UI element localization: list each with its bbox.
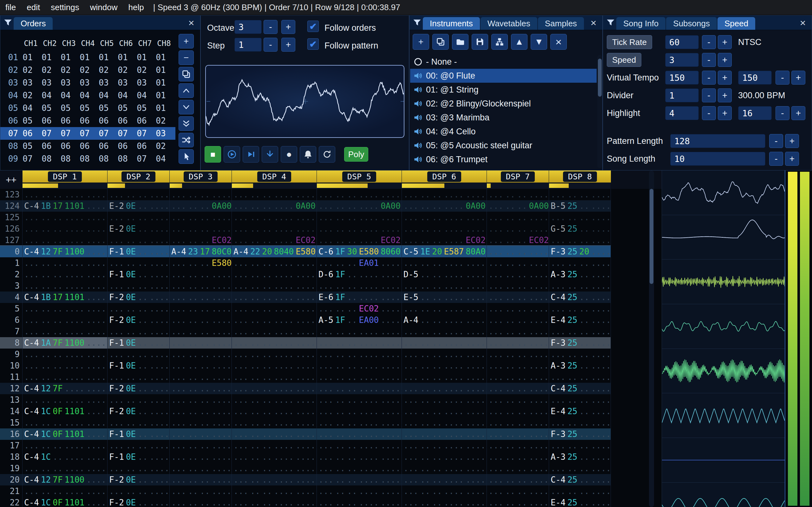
- octave-input[interactable]: 3: [235, 20, 262, 34]
- pattern-cell[interactable]: ...............: [22, 417, 107, 429]
- order-move-down-button[interactable]: [179, 100, 194, 114]
- order-cell[interactable]: 07: [56, 129, 75, 138]
- step-one-row-button[interactable]: [262, 146, 278, 163]
- order-cell[interactable]: 03: [113, 78, 132, 88]
- play-button[interactable]: [223, 146, 240, 163]
- pattern-cell[interactable]: C-41C0F1101....: [22, 497, 107, 507]
- pattern-cell[interactable]: ...........: [549, 349, 611, 360]
- pattern-cell[interactable]: A-51F..EA00....: [316, 314, 402, 326]
- channel-header-6[interactable]: DSP 6: [402, 170, 487, 189]
- pattern-cell[interactable]: ...............: [402, 326, 487, 337]
- pattern-cell[interactable]: ...........0A00: [232, 200, 316, 212]
- pattern-cell[interactable]: ...........: [487, 497, 549, 507]
- channel-header-5[interactable]: DSP 5: [316, 170, 402, 189]
- pattern-cell[interactable]: C-41A7F1100....: [22, 337, 107, 349]
- pattern-cell[interactable]: ...........: [107, 463, 169, 474]
- pattern-cell[interactable]: ...............: [232, 474, 316, 486]
- pattern-cell[interactable]: ...............: [402, 463, 487, 474]
- pattern-cell[interactable]: ...........: [169, 269, 232, 280]
- virtual-tempo-divisor-input[interactable]: 150: [738, 71, 772, 84]
- tick-rate-input[interactable]: 60: [665, 35, 699, 49]
- pattern-cell[interactable]: C-425......: [549, 474, 611, 486]
- order-cell[interactable]: 06: [75, 116, 94, 125]
- pattern-cell[interactable]: ...............: [402, 360, 487, 372]
- pattern-cell[interactable]: ...........: [487, 291, 549, 303]
- song-tab-speed[interactable]: Speed: [717, 17, 755, 30]
- orders-tab[interactable]: Orders: [14, 17, 53, 30]
- pattern-cell[interactable]: ...........: [169, 440, 232, 451]
- pattern-cell[interactable]: ...............: [232, 429, 316, 440]
- tick-rate-minus-button[interactable]: -: [702, 35, 716, 49]
- pattern-cell[interactable]: ...............: [22, 463, 107, 474]
- pattern-cell[interactable]: ...............: [22, 440, 107, 451]
- highlight-first-minus-button[interactable]: -: [702, 106, 716, 120]
- pattern-cell[interactable]: ...........: [107, 349, 169, 360]
- pattern-cell[interactable]: C-41C0F1101....: [22, 429, 107, 440]
- pattern-cell[interactable]: ...........: [549, 440, 611, 451]
- follow-pattern-checkbox[interactable]: ✔: [307, 38, 319, 50]
- pattern-row-16[interactable]: 16C-41C0F1101....F-10E..................…: [0, 429, 611, 440]
- song-tab-song-info[interactable]: Song Info: [616, 17, 665, 30]
- order-cell[interactable]: 06: [56, 116, 75, 125]
- poly-button[interactable]: Poly: [344, 147, 368, 162]
- scrollbar-thumb[interactable]: [650, 189, 653, 284]
- pattern-cell[interactable]: .......EC02: [169, 234, 232, 246]
- pattern-cell[interactable]: ...........: [549, 303, 611, 314]
- instrument-item[interactable]: 02: @2 Blingy/Glockenspiel: [410, 97, 597, 111]
- step-input[interactable]: 1: [235, 38, 262, 52]
- pattern-cell[interactable]: ...........: [487, 257, 549, 269]
- order-cell[interactable]: 02: [113, 65, 132, 75]
- virtual-tempo-minus-button[interactable]: -: [702, 71, 716, 84]
- pattern-cell[interactable]: ...............: [316, 326, 402, 337]
- instrument-item[interactable]: 03: @3 Marimba: [410, 111, 597, 124]
- pattern-cell[interactable]: ...............: [232, 349, 316, 360]
- order-cell[interactable]: 07: [75, 129, 94, 138]
- pattern-cell[interactable]: ...............: [402, 257, 487, 269]
- pattern-cell[interactable]: ...........0A00: [316, 200, 402, 212]
- order-remove-button[interactable]: −: [179, 50, 194, 65]
- order-change-mode-button[interactable]: [179, 133, 194, 147]
- order-cell[interactable]: 05: [18, 141, 37, 151]
- pattern-cell[interactable]: ...............: [232, 394, 316, 406]
- pattern-cell[interactable]: ...........EC02: [316, 234, 402, 246]
- pattern-row-127[interactable]: 127.................................EC02…: [0, 234, 611, 246]
- order-cell[interactable]: 08: [94, 154, 113, 164]
- order-cell[interactable]: 08: [113, 154, 132, 164]
- pattern-cell[interactable]: ...............: [316, 372, 402, 383]
- pattern-cell[interactable]: ...........: [487, 451, 549, 463]
- pattern-cell[interactable]: ...........: [169, 326, 232, 337]
- pattern-cell[interactable]: ...........EC02: [402, 234, 487, 246]
- pattern-row-14[interactable]: 14C-41C0F1101....F-20E..................…: [0, 406, 611, 417]
- order-cell[interactable]: 06: [94, 141, 113, 151]
- pattern-cell[interactable]: ...........: [487, 223, 549, 234]
- pattern-cell[interactable]: ...............: [402, 451, 487, 463]
- pattern-cell[interactable]: E-425......: [549, 406, 611, 417]
- pattern-cell[interactable]: ...............: [402, 474, 487, 486]
- pattern-cell[interactable]: ...............: [402, 394, 487, 406]
- orders-row-03[interactable]: 030303030303030301: [0, 76, 175, 89]
- channel-header-8[interactable]: DSP 8: [549, 170, 611, 189]
- pattern-cell[interactable]: ...............: [402, 303, 487, 314]
- pattern-cell[interactable]: ...........: [107, 212, 169, 223]
- instrument-list-scrollbar[interactable]: [597, 55, 602, 168]
- pattern-cell[interactable]: ...............: [402, 406, 487, 417]
- pattern-cell[interactable]: A-325......: [549, 269, 611, 280]
- pattern-row-2[interactable]: 2...............F-10E...................…: [0, 269, 611, 280]
- pattern-cell[interactable]: ...............: [22, 349, 107, 360]
- step-minus-button[interactable]: -: [264, 38, 277, 52]
- order-cell[interactable]: 07: [94, 129, 113, 138]
- order-cell[interactable]: 01: [94, 53, 113, 62]
- pattern-cell[interactable]: ...............: [232, 486, 316, 497]
- pattern-cell[interactable]: B-525......: [549, 200, 611, 212]
- pattern-length-input[interactable]: 128: [670, 134, 765, 148]
- instrument-item[interactable]: 00: @0 Flute: [410, 69, 597, 83]
- pattern-cell[interactable]: ...........: [107, 189, 169, 200]
- pattern-cell[interactable]: ...........: [169, 314, 232, 326]
- close-icon[interactable]: ×: [588, 17, 599, 29]
- pattern-cell[interactable]: ...........: [549, 417, 611, 429]
- highlight-first-input[interactable]: 4: [665, 106, 699, 120]
- channel-header-3[interactable]: DSP 3: [169, 170, 232, 189]
- pattern-cell[interactable]: F-20E......: [107, 406, 169, 417]
- pattern-row-124[interactable]: 124C-41B171101....E-20E.............0A00…: [0, 200, 611, 212]
- order-cell[interactable]: 02: [132, 65, 151, 75]
